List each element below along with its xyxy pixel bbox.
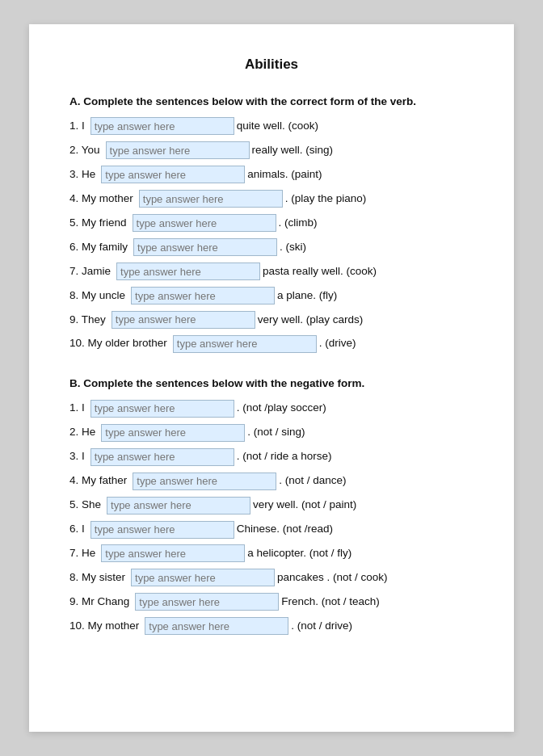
list-item: 5. She very well. (not / paint) [69, 496, 474, 514]
list-item: 1. I . (not /play soccer) [69, 399, 474, 418]
page-title: Abilities [69, 57, 474, 73]
list-item: 5. My friend . (climb) [69, 214, 474, 233]
sentence-suffix: . (play the piano) [285, 190, 367, 208]
section-a-answer-7[interactable] [116, 262, 260, 280]
list-item: 8. My sister pancakes . (not / cook) [69, 569, 474, 587]
list-item: 2. You really well. (sing) [69, 141, 474, 160]
section-b-title: B. Complete the sentences below with the… [69, 377, 474, 389]
section-b-answer-9[interactable] [135, 593, 279, 611]
list-item: 9. Mr Chang French. (not / teach) [69, 593, 474, 611]
sentence-number: 8. My uncle [69, 287, 125, 305]
sentence-number: 4. My mother [69, 190, 133, 208]
sentence-suffix: . (drive) [319, 334, 356, 353]
section-a-answer-6[interactable] [133, 238, 277, 256]
sentence-suffix: Chinese. (not /read) [237, 520, 333, 539]
sentence-suffix: a helicopter. (not / fly) [247, 544, 351, 563]
list-item: 9. They very well. (play cards) [69, 311, 474, 330]
sentence-number: 7. He [69, 544, 95, 563]
sentence-suffix: pancakes . (not / cook) [277, 569, 388, 587]
section-b-answer-2[interactable] [101, 424, 245, 442]
sentence-suffix: . (climb) [279, 214, 318, 233]
sentence-number: 1. I [69, 399, 85, 418]
list-item: 4. My father . (not / dance) [69, 472, 474, 490]
sentence-number: 3. I [69, 447, 85, 466]
list-item: 3. He animals. (paint) [69, 166, 474, 184]
sentence-suffix: . (ski) [280, 238, 306, 257]
section-b-answer-5[interactable] [107, 497, 250, 514]
sentence-suffix: very well. (play cards) [258, 311, 364, 330]
sentence-number: 8. My sister [69, 569, 125, 587]
section-b-answer-3[interactable] [90, 448, 234, 466]
sentence-number: 5. My friend [69, 214, 127, 233]
section-a-list: 1. I quite well. (cook)2. You really wel… [69, 117, 474, 353]
sentence-suffix: a plane. (fly) [277, 287, 337, 305]
list-item: 1. I quite well. (cook) [69, 117, 474, 136]
list-item: 3. I . (not / ride a horse) [69, 447, 474, 466]
section-b-list: 1. I . (not /play soccer)2. He . (not / … [69, 399, 474, 635]
sentence-number: 10. My mother [69, 617, 139, 636]
sentence-suffix: pasta really well. (cook) [263, 262, 377, 281]
list-item: 10. My older brother . (drive) [69, 334, 474, 353]
page: Abilities A. Complete the sentences belo… [29, 24, 514, 732]
section-a-title: A. Complete the sentences below with the… [69, 95, 474, 107]
sentence-number: 1. I [69, 117, 85, 136]
sentence-suffix: . (not / sing) [247, 423, 305, 442]
section-b-answer-10[interactable] [145, 617, 288, 635]
section-a-answer-9[interactable] [112, 311, 255, 329]
section-a-answer-3[interactable] [101, 166, 245, 183]
section-b-answer-4[interactable] [133, 472, 276, 490]
section-a: A. Complete the sentences below with the… [69, 95, 474, 353]
section-b: B. Complete the sentences below with the… [69, 377, 474, 635]
sentence-suffix: . (not / ride a horse) [237, 447, 332, 466]
list-item: 7. Jamie pasta really well. (cook) [69, 262, 474, 281]
sentence-number: 5. She [69, 496, 101, 514]
section-a-answer-1[interactable] [90, 117, 234, 135]
list-item: 6. My family . (ski) [69, 238, 474, 257]
sentence-suffix: . (not / dance) [279, 472, 346, 490]
sentence-suffix: . (not /play soccer) [237, 399, 326, 418]
section-a-answer-4[interactable] [139, 190, 283, 208]
list-item: 4. My mother . (play the piano) [69, 190, 474, 208]
section-b-answer-8[interactable] [131, 569, 275, 586]
sentence-suffix: quite well. (cook) [237, 117, 318, 136]
sentence-number: 3. He [69, 166, 95, 184]
sentence-suffix: very well. (not / paint) [253, 496, 356, 514]
sentence-number: 9. Mr Chang [69, 593, 129, 611]
section-a-answer-10[interactable] [173, 335, 317, 353]
sentence-number: 6. I [69, 520, 85, 539]
sentence-number: 10. My older brother [69, 334, 167, 353]
sentence-number: 4. My father [69, 472, 127, 490]
section-b-answer-7[interactable] [101, 544, 245, 562]
sentence-number: 6. My family [69, 238, 128, 257]
sentence-number: 9. They [69, 311, 106, 330]
sentence-suffix: French. (not / teach) [281, 593, 380, 611]
list-item: 7. He a helicopter. (not / fly) [69, 544, 474, 563]
section-b-answer-6[interactable] [90, 521, 234, 539]
section-a-answer-5[interactable] [133, 214, 276, 232]
sentence-suffix: . (not / drive) [291, 617, 352, 636]
section-a-answer-8[interactable] [131, 287, 275, 304]
list-item: 6. I Chinese. (not /read) [69, 520, 474, 539]
list-item: 8. My uncle a plane. (fly) [69, 287, 474, 305]
sentence-number: 2. He [69, 423, 95, 442]
sentence-number: 7. Jamie [69, 262, 111, 281]
sentence-suffix: really well. (sing) [252, 141, 334, 160]
list-item: 10. My mother . (not / drive) [69, 617, 474, 636]
sentence-number: 2. You [69, 141, 100, 160]
section-a-answer-2[interactable] [106, 141, 250, 159]
sentence-suffix: animals. (paint) [247, 166, 322, 184]
section-b-answer-1[interactable] [90, 400, 234, 418]
list-item: 2. He . (not / sing) [69, 423, 474, 442]
